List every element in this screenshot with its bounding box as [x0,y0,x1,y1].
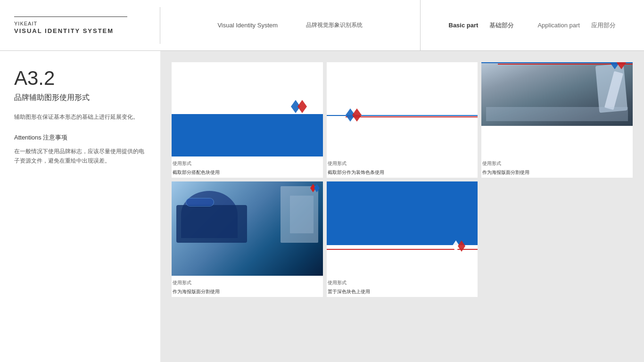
app-part-zh: 应用部分 [591,21,616,30]
header-nav: Visual Identity System 品牌视觉形象识别系统 [160,0,421,50]
card3-caption: 使用形式 作为海报版面分割使用 [481,156,633,178]
card4-logo-mark [310,184,321,194]
header: YIKEAIT VISUAL IDENTITY SYSTEM Visual Id… [0,0,644,51]
card2-frame [327,62,478,156]
card-4: 使用形式 作为海报版面分割使用 [172,181,323,297]
card-1: 使用形式 截取部分搭配色块使用 [172,62,323,178]
logo-name: YIKEAIT [14,21,146,26]
card4-caption-label: 使用形式 [173,280,322,286]
card4-photo [172,181,323,276]
section-desc: 辅助图形在保证基本形态的基础上进行延展变化。 [14,112,146,122]
basic-part-zh: 基础部分 [489,21,514,30]
card2-caption-label: 使用形式 [328,160,477,167]
card-2: 使用形式 截取部分作为装饰色条使用 [327,62,478,178]
card3-caption-label: 使用形式 [482,160,632,167]
card2-logo-mark [346,108,363,123]
card3-frame [481,62,633,156]
header-sections: Basic part 基础部分 Application part 应用部分 [421,0,644,50]
logo-line [14,16,127,17]
card1-caption-label: 使用形式 [173,160,322,167]
card3-caption-text: 作为海报版面分割使用 [482,170,529,175]
logo-title: VISUAL IDENTITY SYSTEM [14,27,146,34]
card5-caption: 使用形式 置于深色块色上使用 [327,276,478,297]
card-3: 使用形式 作为海报版面分割使用 [481,62,633,178]
card4-caption-text: 作为海报版面分割使用 [173,289,220,294]
card1-frame [172,62,323,156]
card2-caption-text: 截取部分作为装饰色条使用 [328,170,384,175]
attentions-title: Attentions 注意事项 [14,133,146,142]
card2-red-line [346,116,478,117]
section-number: A3.2 [14,67,146,89]
nav-en: Visual Identity System [217,22,278,29]
card5-caption-label: 使用形式 [328,280,477,286]
image-grid: 使用形式 截取部分搭配色块使用 [172,62,633,297]
content-area: 使用形式 截取部分搭配色块使用 [160,51,644,362]
main-content: A3.2 品牌辅助图形使用形式 辅助图形在保证基本形态的基础上进行延展变化。 A… [0,51,644,362]
card5-frame [327,181,478,276]
attentions-desc: 在一般情况下使用品牌标志，应该尽量使用提供的电子资源文件，避免在重绘中出现误差。 [14,147,146,166]
app-part-en[interactable]: Application part [537,22,580,29]
section-heading: 品牌辅助图形使用形式 [14,93,146,103]
card1-blue-area [172,114,323,156]
card4-frame [172,181,323,276]
svg-marker-1 [297,100,307,113]
svg-marker-3 [352,108,362,122]
card5-logo-mark [452,240,468,254]
card3-photo-area [481,62,633,126]
card4-caption: 使用形式 作为海报版面分割使用 [172,276,323,297]
logo-section: YIKEAIT VISUAL IDENTITY SYSTEM [0,7,160,44]
sidebar: A3.2 品牌辅助图形使用形式 辅助图形在保证基本形态的基础上进行延展变化。 A… [0,51,160,362]
card5-white-stripe [327,245,478,254]
card1-logo-mark [291,100,309,115]
card2-caption: 使用形式 截取部分作为装饰色条使用 [327,156,478,178]
card5-top-area [327,181,478,245]
svg-marker-9 [458,240,465,252]
card5-bottom-white [327,254,478,276]
svg-marker-5 [617,62,626,69]
card1-caption: 使用形式 截取部分搭配色块使用 [172,156,323,178]
basic-part-en[interactable]: Basic part [449,22,479,29]
card-5: 使用形式 置于深色块色上使用 [327,181,478,297]
svg-marker-7 [314,184,320,192]
card5-caption-text: 置于深色块色上使用 [328,289,370,294]
nav-zh: 品牌视觉形象识别系统 [306,21,363,29]
card1-caption-text: 截取部分搭配色块使用 [173,170,220,175]
card3-logo-mark [610,62,628,71]
card3-white-area [481,126,633,156]
